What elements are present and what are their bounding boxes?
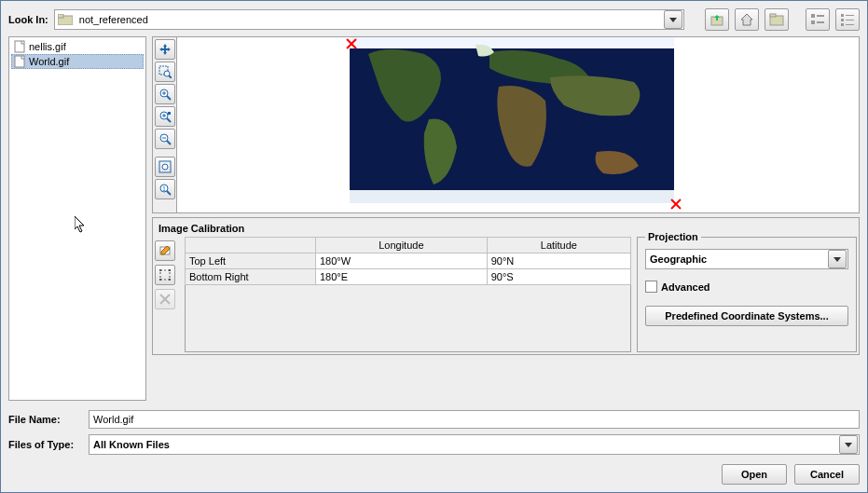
table-cell: Bottom Right xyxy=(186,269,316,285)
svg-text:1: 1 xyxy=(162,185,166,192)
file-item-label: nellis.gif xyxy=(29,41,66,52)
calibration-marker-top-left[interactable] xyxy=(345,37,358,50)
file-name-input[interactable] xyxy=(89,410,860,429)
image-preview[interactable] xyxy=(176,36,860,213)
table-cell: Top Left xyxy=(186,253,316,269)
table-header-longitude: Longitude xyxy=(316,238,488,253)
svg-rect-42 xyxy=(350,190,674,203)
file-icon xyxy=(13,40,26,53)
svg-rect-10 xyxy=(817,21,824,23)
svg-line-39 xyxy=(167,191,171,195)
svg-rect-1 xyxy=(58,14,63,18)
projection-group: Projection Geographic Advanced Predefine… xyxy=(637,237,857,352)
calibration-table[interactable]: Longitude Latitude Top Left 180°W 90°N B… xyxy=(185,237,631,352)
svg-rect-48 xyxy=(169,279,171,281)
projection-value: Geographic xyxy=(646,253,827,265)
svg-marker-19 xyxy=(75,216,84,232)
svg-rect-31 xyxy=(168,112,171,115)
world-map-preview xyxy=(350,36,674,203)
zoom-in-button[interactable] xyxy=(155,84,175,104)
svg-rect-41 xyxy=(350,36,674,48)
file-item[interactable]: nellis.gif xyxy=(11,39,144,54)
svg-point-36 xyxy=(162,164,168,170)
svg-marker-4 xyxy=(741,14,752,25)
svg-rect-12 xyxy=(846,15,854,16)
details-view-button[interactable] xyxy=(835,8,860,31)
cancel-button[interactable]: Cancel xyxy=(794,464,860,485)
svg-rect-44 xyxy=(160,270,170,280)
look-in-combo[interactable]: not_referenced xyxy=(54,9,684,30)
table-header-latitude: Latitude xyxy=(487,238,630,253)
table-header-blank xyxy=(186,238,316,253)
svg-rect-15 xyxy=(841,23,844,26)
files-of-type-combo[interactable]: All Known Files xyxy=(89,434,860,455)
svg-line-22 xyxy=(169,75,172,78)
look-in-label: Look In: xyxy=(8,14,48,25)
svg-rect-45 xyxy=(159,269,161,271)
file-item[interactable]: World.gif xyxy=(11,54,144,69)
svg-line-26 xyxy=(167,96,171,100)
table-row[interactable]: Top Left 180°W 90°N xyxy=(186,253,631,269)
svg-rect-6 xyxy=(770,14,776,17)
advanced-checkbox[interactable]: Advanced xyxy=(645,281,848,293)
file-item-label: World.gif xyxy=(29,56,69,67)
calibration-title: Image Calibration xyxy=(155,220,857,237)
svg-rect-11 xyxy=(841,14,844,17)
file-icon xyxy=(13,55,26,68)
table-cell[interactable]: 180°E xyxy=(316,269,488,285)
svg-rect-17 xyxy=(15,41,24,52)
edit-point-button[interactable] xyxy=(155,240,175,261)
svg-rect-13 xyxy=(841,19,844,21)
projection-combo[interactable]: Geographic xyxy=(645,249,848,269)
table-cell[interactable]: 180°W xyxy=(316,253,488,269)
zoom-box-button[interactable] xyxy=(155,62,175,82)
svg-rect-18 xyxy=(15,56,24,67)
folder-icon xyxy=(55,14,76,25)
up-one-level-button[interactable] xyxy=(705,8,729,31)
file-list[interactable]: nellis.gif World.gif xyxy=(8,36,146,401)
svg-rect-16 xyxy=(846,24,854,25)
svg-rect-9 xyxy=(817,15,824,17)
svg-line-34 xyxy=(167,141,171,144)
svg-rect-14 xyxy=(846,20,854,21)
files-of-type-dropdown-button[interactable] xyxy=(839,435,858,454)
table-cell[interactable]: 90°S xyxy=(487,269,630,285)
checkbox-box-icon xyxy=(645,281,657,293)
calibration-marker-bottom-right[interactable] xyxy=(669,198,682,211)
open-button[interactable]: Open xyxy=(722,464,787,485)
home-button[interactable] xyxy=(735,8,759,31)
table-cell[interactable]: 90°N xyxy=(487,253,630,269)
files-of-type-label: Files of Type: xyxy=(8,439,83,450)
zoom-out-button[interactable] xyxy=(155,129,175,149)
svg-marker-2 xyxy=(669,18,677,22)
projection-legend: Projection xyxy=(645,231,701,242)
advanced-label: Advanced xyxy=(661,281,710,293)
delete-point-button[interactable] xyxy=(155,289,175,309)
preview-toolbar: 1 xyxy=(152,36,176,213)
new-folder-button[interactable] xyxy=(765,8,789,31)
pan-button[interactable] xyxy=(155,39,175,60)
list-view-button[interactable] xyxy=(806,8,830,31)
svg-rect-46 xyxy=(169,269,171,271)
actual-size-button[interactable]: 1 xyxy=(155,179,175,199)
look-in-dropdown-button[interactable] xyxy=(664,10,682,29)
predefined-coord-systems-button[interactable]: Predefined Coordinate Systems... xyxy=(645,306,848,326)
file-name-label: File Name: xyxy=(8,414,83,425)
select-area-button[interactable] xyxy=(155,265,175,285)
look-in-value: not_referenced xyxy=(76,14,663,25)
svg-rect-8 xyxy=(811,21,815,24)
files-of-type-value: All Known Files xyxy=(90,439,838,450)
projection-dropdown-button[interactable] xyxy=(828,250,847,268)
svg-marker-51 xyxy=(834,257,841,262)
svg-rect-7 xyxy=(811,14,815,18)
zoom-in-alt-button[interactable] xyxy=(155,106,175,127)
fit-view-button[interactable] xyxy=(155,157,175,177)
svg-line-30 xyxy=(167,118,171,122)
svg-rect-47 xyxy=(159,279,161,281)
svg-marker-52 xyxy=(845,443,852,447)
cursor-icon xyxy=(75,216,90,235)
table-row[interactable]: Bottom Right 180°E 90°S xyxy=(186,269,631,285)
